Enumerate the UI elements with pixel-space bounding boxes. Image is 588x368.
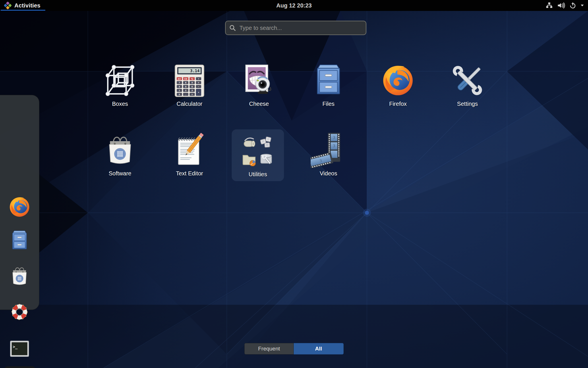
videos-icon: 3 3 3 (311, 132, 346, 168)
svg-text:.: . (185, 93, 186, 96)
app-label: Settings (436, 101, 499, 107)
show-applications-button[interactable] (4, 366, 36, 368)
calculator-icon: 3.14 AC CE % + 7 8 9 × 4 5 6 − 1 2 3 + 0… (172, 63, 207, 98)
firefox-icon (380, 63, 416, 98)
utilities-folder-preview (241, 135, 275, 167)
app-label: Boxes (88, 101, 152, 107)
app-calculator[interactable]: 3.14 AC CE % + 7 8 9 × 4 5 6 − 1 2 3 + 0… (158, 60, 221, 107)
app-label: Text Editor (158, 170, 221, 177)
app-label: Files (297, 101, 360, 107)
search-input[interactable] (225, 21, 366, 35)
svg-text:5: 5 (185, 85, 187, 88)
gnome-activities-overview: Activities Aug 12 20:23 (0, 0, 588, 368)
svg-text:>_: >_ (13, 344, 18, 349)
app-label: Software (88, 170, 152, 177)
activities-label: Activities (14, 2, 40, 9)
firefox-icon (8, 195, 31, 219)
svg-text:3: 3 (333, 135, 335, 140)
top-bar: Activities Aug 12 20:23 (0, 0, 588, 11)
app-software[interactable]: Software (88, 130, 152, 177)
activities-button[interactable]: Activities (0, 0, 45, 11)
svg-text:%: % (191, 78, 193, 80)
system-menu[interactable] (544, 0, 586, 11)
text-editor-icon (172, 132, 207, 168)
log-roll-icon (242, 135, 257, 150)
all-tab[interactable]: All (294, 343, 344, 354)
app-videos[interactable]: 3 3 3 Videos (297, 130, 360, 177)
app-folder-utilities[interactable]: Utilities (232, 129, 284, 181)
app-settings[interactable]: Settings (436, 60, 499, 107)
chevron-down-icon (581, 4, 584, 7)
app-label: Videos (297, 170, 360, 177)
svg-text:7: 7 (179, 81, 180, 84)
app-label: Firefox (366, 101, 430, 107)
svg-text:6: 6 (192, 85, 193, 88)
files-icon (8, 229, 31, 252)
svg-text:+: + (198, 78, 199, 80)
svg-text:CE: CE (184, 78, 187, 80)
boxes-icon (102, 63, 138, 98)
terminal-icon: >_ (8, 337, 31, 360)
app-boxes[interactable]: Boxes (88, 60, 152, 107)
software-icon (102, 132, 138, 168)
svg-text:4: 4 (179, 85, 180, 88)
keyboard-keys-icon (259, 135, 274, 150)
svg-text:−: − (198, 85, 199, 88)
svg-text:9: 9 (192, 81, 193, 84)
app-text-editor[interactable]: Text Editor (158, 130, 221, 177)
svg-text:=: = (192, 93, 193, 96)
svg-text:2: 2 (185, 89, 186, 92)
cheese-icon (241, 63, 277, 98)
power-icon (569, 2, 577, 9)
desktop-wallpaper (0, 0, 588, 368)
app-label: Calculator (158, 101, 221, 107)
volume-icon (557, 2, 565, 9)
app-grid-icon (4, 366, 36, 368)
network-wired-icon (546, 2, 553, 9)
disk-usage-folder-icon (242, 151, 257, 166)
app-cheese[interactable]: Cheese (227, 60, 291, 107)
folder-label: Utilities (232, 171, 284, 178)
svg-text:3: 3 (192, 89, 193, 92)
svg-text:8: 8 (185, 81, 187, 84)
software-icon (8, 264, 31, 288)
dash-files[interactable] (8, 229, 31, 252)
dash-help[interactable] (8, 300, 31, 323)
svg-text:3: 3 (333, 144, 335, 148)
dash-panel: >_ (0, 95, 39, 310)
svg-text:+: + (198, 91, 199, 94)
distro-logo-icon (4, 2, 11, 9)
svg-text:3.14: 3.14 (190, 68, 200, 73)
dash-firefox[interactable] (8, 195, 31, 219)
svg-text:0: 0 (179, 93, 180, 96)
view-toggle: Frequent All (244, 343, 344, 354)
app-firefox[interactable]: Firefox (366, 60, 430, 107)
dash-software[interactable] (8, 264, 31, 288)
lifebuoy-help-icon (8, 300, 31, 323)
disks-tool-icon (259, 151, 274, 166)
activities-active-indicator (1, 10, 45, 11)
svg-text:AC: AC (178, 78, 181, 80)
dash-terminal[interactable]: >_ (8, 337, 31, 360)
svg-text:1: 1 (179, 89, 180, 92)
svg-text:×: × (198, 81, 199, 84)
app-files[interactable]: Files (297, 60, 360, 107)
app-label: Cheese (227, 101, 291, 107)
frequent-tab[interactable]: Frequent (244, 343, 294, 354)
settings-icon (450, 63, 485, 98)
clock[interactable]: Aug 12 20:23 (276, 0, 312, 11)
files-icon (311, 63, 346, 98)
search-bar (225, 21, 366, 35)
